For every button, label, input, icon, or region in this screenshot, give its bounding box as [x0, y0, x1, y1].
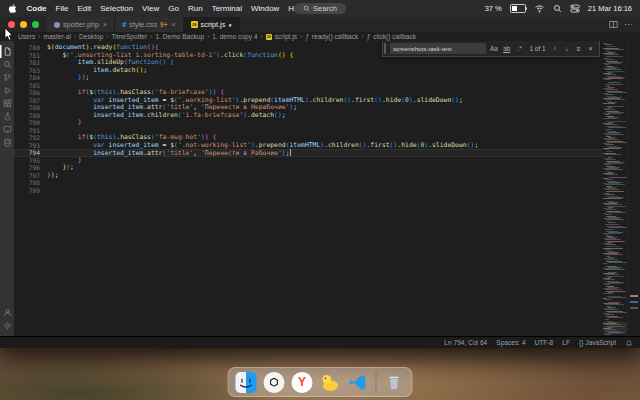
dock: Y — [228, 367, 413, 397]
css-file-icon: # — [122, 21, 126, 28]
line-number: 790 — [14, 119, 47, 127]
breadcrumb-item[interactable]: 1. demo copy 4 — [212, 33, 257, 40]
menu-item-window[interactable]: Window — [246, 4, 283, 13]
prev-match-button[interactable]: ↑ — [551, 45, 560, 52]
more-actions-icon[interactable]: ⋯ — [624, 20, 632, 29]
split-editor-icon[interactable] — [609, 20, 618, 29]
menu-item-file[interactable]: File — [51, 4, 73, 13]
close-find-button[interactable]: × — [586, 45, 595, 52]
menu-item-view[interactable]: View — [138, 4, 164, 13]
activity-bar — [0, 41, 14, 336]
breadcrumb-separator-icon: › — [300, 33, 302, 40]
code-line-794[interactable]: 794 inserted_item.attr('title', 'Перенес… — [14, 149, 640, 157]
whole-word-toggle[interactable]: ab — [502, 45, 512, 52]
wifi-icon[interactable] — [534, 4, 545, 13]
search-icon[interactable] — [0, 58, 14, 71]
code-line-789[interactable]: 789 inserted_item.children('i.fa-briefca… — [14, 112, 640, 120]
line-number: 796 — [14, 164, 47, 172]
breadcrumb-item[interactable]: 1. Demo Backup — [155, 33, 204, 40]
breadcrumb-item[interactable]: Desktop — [79, 33, 103, 40]
code-line-790[interactable]: 790 } — [14, 119, 640, 127]
menu-item-selection[interactable]: Selection — [96, 4, 138, 13]
run-and-debug-icon[interactable] — [0, 84, 14, 97]
breadcrumb-separator-icon: › — [74, 33, 76, 40]
line-number: 797 — [14, 172, 47, 180]
dock-yandex-browser-icon[interactable]: Y — [292, 372, 313, 393]
battery-icon[interactable] — [510, 4, 526, 13]
menu-item-go[interactable]: Go — [164, 4, 184, 13]
dirty-indicator-icon[interactable]: ● — [228, 22, 232, 28]
language-mode[interactable]: {} JavaScript — [579, 339, 616, 346]
mouse-pointer — [4, 27, 14, 41]
menubar-clock[interactable]: 21 Mar 16:16 — [588, 4, 632, 13]
dock-duck-icon[interactable] — [320, 372, 341, 393]
breadcrumb-separator-icon: › — [361, 33, 363, 40]
dock-chatgpt-icon[interactable] — [264, 372, 285, 393]
close-tab-icon[interactable]: × — [103, 21, 107, 28]
remote-icon[interactable] — [0, 123, 14, 136]
tab-spotter.php[interactable]: spotter.php× — [47, 17, 115, 32]
breadcrumb-item[interactable]: Users — [18, 33, 35, 40]
find-in-selection-button[interactable]: ≡ — [574, 45, 583, 52]
menu-item-run[interactable]: Run — [183, 4, 207, 13]
breadcrumb-item[interactable]: ready() callback — [312, 33, 359, 40]
source-control-icon[interactable] — [0, 71, 14, 84]
minimize-window-button[interactable] — [20, 21, 27, 28]
menu-bar: CodeFileEditSelectionViewGoRunTerminalWi… — [0, 0, 640, 17]
search-icon — [303, 5, 310, 12]
find-grip[interactable] — [384, 43, 386, 54]
zoom-window-button[interactable] — [32, 21, 39, 28]
tab-script.js[interactable]: JSscript.js● — [184, 17, 240, 32]
find-input[interactable]: screenshots-task-text — [390, 43, 486, 54]
code-line-795[interactable]: 795 } — [14, 157, 640, 165]
breadcrumb-separator-icon: › — [207, 33, 209, 40]
code-line-797[interactable]: 797}); — [14, 172, 640, 180]
overview-ruler[interactable] — [627, 41, 640, 336]
code-line-784[interactable]: 784 }); — [14, 74, 640, 82]
breadcrumb-item[interactable]: click() callback — [373, 33, 416, 40]
find-widget: screenshots-task-text Aa ab .* 1 of 1 ↑ … — [382, 41, 600, 57]
database-icon[interactable] — [0, 136, 14, 149]
menu-items: CodeFileEditSelectionViewGoRunTerminalWi… — [22, 4, 309, 13]
explorer-icon[interactable] — [0, 45, 14, 58]
indentation[interactable]: Spaces: 4 — [496, 339, 525, 346]
code-line-783[interactable]: 783 item.detach(); — [14, 67, 640, 75]
breadcrumb-item[interactable]: TimeSpotter — [112, 33, 148, 40]
code-line-798[interactable]: 798 — [14, 179, 640, 187]
tab-label: script.js — [201, 20, 226, 29]
menubar-search-pill[interactable]: Search — [294, 3, 346, 14]
code-line-799[interactable]: 799 — [14, 187, 640, 195]
tab-label: spotter.php — [63, 20, 99, 29]
apple-menu[interactable] — [8, 3, 18, 14]
testing-icon[interactable] — [0, 110, 14, 123]
code-line-796[interactable]: 796 }); — [14, 164, 640, 172]
tab-style.css[interactable]: #style.css9+× — [115, 17, 183, 32]
minimap[interactable] — [603, 41, 628, 336]
cursor-position[interactable]: Ln 794, Col 64 — [444, 339, 487, 346]
encoding[interactable]: UTF-8 — [535, 339, 554, 346]
menu-item-edit[interactable]: Edit — [73, 4, 96, 13]
control-center-icon[interactable] — [570, 4, 580, 13]
close-tab-icon[interactable]: × — [172, 21, 176, 28]
line-text: inserted_item.attr('title', 'Перенести в… — [47, 149, 291, 157]
menu-item-code[interactable]: Code — [22, 4, 51, 13]
settings-icon[interactable] — [0, 319, 14, 332]
minimap-slider[interactable] — [603, 322, 628, 332]
dock-vscode-icon[interactable] — [348, 372, 369, 393]
next-match-button[interactable]: ↓ — [562, 45, 571, 52]
notifications-bell-icon[interactable] — [625, 339, 633, 347]
screen: { "menu_bar": { "items": ["Code","File",… — [0, 0, 640, 400]
match-case-toggle[interactable]: Aa — [489, 45, 499, 52]
breadcrumb-item[interactable]: script.js — [275, 33, 297, 40]
code-area[interactable]: 780$(document).ready(function(){781 $('.… — [14, 41, 640, 194]
dock-finder-icon[interactable] — [236, 372, 257, 393]
account-icon[interactable] — [0, 306, 14, 319]
extensions-icon[interactable] — [0, 97, 14, 110]
menu-item-terminal[interactable]: Terminal — [207, 4, 246, 13]
dock-trash-icon[interactable] — [384, 372, 405, 393]
editor[interactable]: 780$(document).ready(function(){781 $('.… — [14, 41, 640, 336]
spotlight-icon[interactable] — [553, 4, 562, 13]
breadcrumb-item[interactable]: master-al — [43, 33, 70, 40]
regex-toggle[interactable]: .* — [515, 45, 525, 52]
eol-sequence[interactable]: LF — [562, 339, 570, 346]
